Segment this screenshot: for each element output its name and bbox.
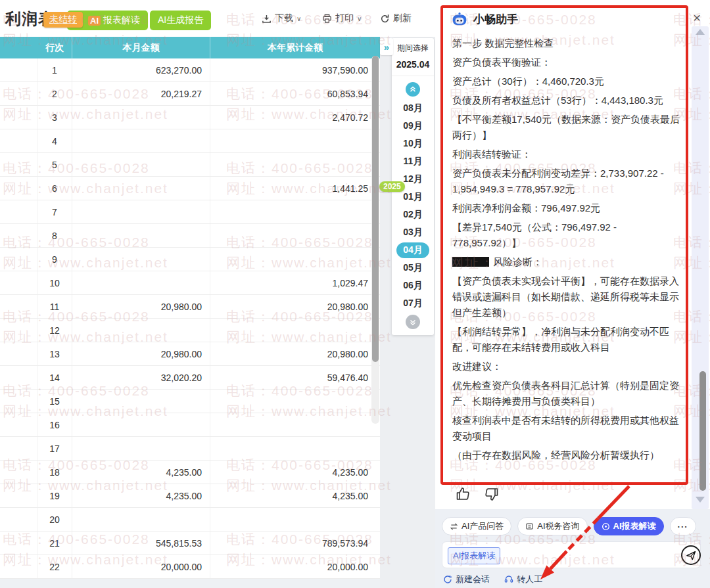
table-row[interactable]: 5: [0, 153, 380, 177]
print-button[interactable]: 打印 ∨: [322, 12, 362, 24]
item-cell[interactable]: [0, 413, 37, 436]
scroll-down-icon[interactable]: [696, 497, 705, 503]
table-row[interactable]: 61,441.25: [0, 177, 380, 200]
month-amount-cell[interactable]: [72, 106, 210, 129]
item-cell[interactable]: [0, 82, 37, 105]
row-number-cell[interactable]: 21: [37, 531, 72, 554]
item-cell[interactable]: [0, 484, 37, 507]
row-number-cell[interactable]: 13: [37, 342, 72, 365]
ytd-amount-cell[interactable]: 789,573.94: [210, 531, 380, 554]
table-row[interactable]: 17: [0, 437, 380, 461]
scroll-months-down-button[interactable]: [406, 315, 420, 329]
table-scrollbar-thumb[interactable]: [372, 56, 379, 362]
item-cell[interactable]: [0, 177, 37, 200]
row-number-cell[interactable]: 18: [37, 461, 72, 484]
row-number-cell[interactable]: 5: [37, 153, 72, 176]
month-amount-cell[interactable]: [72, 129, 210, 152]
item-cell[interactable]: [0, 437, 37, 460]
thumbs-down-icon[interactable]: [484, 486, 500, 502]
item-cell[interactable]: [0, 342, 37, 365]
month-amount-cell[interactable]: 20,980.00: [72, 342, 210, 365]
item-cell[interactable]: [0, 106, 37, 129]
month-amount-cell[interactable]: 32,020.20: [72, 366, 210, 389]
ytd-amount-cell[interactable]: 20,000.00: [210, 555, 380, 578]
month-item[interactable]: 10月: [392, 135, 434, 152]
scroll-up-icon[interactable]: [696, 29, 705, 35]
table-row[interactable]: 20: [0, 508, 380, 531]
month-amount-cell[interactable]: [72, 248, 210, 271]
item-cell[interactable]: [0, 555, 37, 578]
ai-tax-consult-button[interactable]: AI税务咨询: [517, 517, 587, 535]
month-amount-cell[interactable]: [72, 153, 210, 176]
table-row[interactable]: 15: [0, 390, 380, 413]
table-row[interactable]: 194,235.004,235.00: [0, 484, 380, 508]
ytd-amount-cell[interactable]: [210, 153, 380, 176]
table-row[interactable]: 8: [0, 224, 380, 248]
item-cell[interactable]: [0, 248, 37, 271]
scroll-months-up-button[interactable]: [406, 82, 420, 97]
chat-input-box[interactable]: AI报表解读: [442, 541, 701, 568]
transfer-to-human-button[interactable]: 转人工: [504, 574, 542, 585]
item-cell[interactable]: [0, 200, 37, 223]
table-row[interactable]: 1432,020.2059,476.40: [0, 366, 380, 390]
month-item[interactable]: 02月: [392, 206, 434, 223]
month-item[interactable]: 07月: [392, 294, 434, 312]
ytd-amount-cell[interactable]: 1,441.25: [210, 177, 380, 200]
ytd-amount-cell[interactable]: 20,980.00: [210, 295, 380, 318]
month-item[interactable]: 09月: [392, 117, 434, 135]
ytd-amount-cell[interactable]: [210, 390, 380, 413]
row-number-cell[interactable]: 14: [37, 366, 72, 389]
row-number-cell[interactable]: 7: [37, 200, 72, 223]
month-amount-cell[interactable]: [72, 200, 210, 223]
item-cell[interactable]: [0, 508, 37, 531]
period-collapse-button[interactable]: »: [380, 38, 393, 55]
row-number-cell[interactable]: 19: [37, 484, 72, 507]
item-cell[interactable]: [0, 58, 37, 81]
ytd-amount-cell[interactable]: [210, 319, 380, 342]
table-row[interactable]: 32,470.72: [0, 106, 380, 129]
ytd-amount-cell[interactable]: 60,853.94: [210, 82, 380, 105]
table-row[interactable]: 12: [0, 319, 380, 342]
table-row[interactable]: 2220,000.0020,000.00: [0, 555, 380, 579]
item-cell[interactable]: [0, 366, 37, 389]
chat-text-input[interactable]: [499, 545, 663, 565]
month-item[interactable]: 03月: [392, 223, 434, 241]
table-row[interactable]: 7: [0, 200, 380, 224]
table-row[interactable]: 4: [0, 129, 380, 153]
month-item[interactable]: 08月: [392, 99, 434, 117]
table-row[interactable]: 16: [0, 413, 380, 437]
ytd-amount-cell[interactable]: [210, 129, 380, 152]
ai-report-read-pill[interactable]: AI报表解读: [594, 517, 664, 535]
row-number-cell[interactable]: 2: [37, 82, 72, 105]
row-number-cell[interactable]: 12: [37, 319, 72, 342]
row-number-cell[interactable]: 10: [37, 271, 72, 294]
month-item[interactable]: 11月: [392, 152, 434, 170]
ytd-amount-cell[interactable]: [210, 224, 380, 247]
table-row[interactable]: 21545,815.53789,573.94: [0, 531, 380, 555]
month-amount-cell[interactable]: [72, 390, 210, 413]
thumbs-up-icon[interactable]: [455, 486, 471, 502]
month-item[interactable]: 06月: [392, 277, 434, 294]
month-item[interactable]: 04月: [392, 241, 434, 259]
month-amount-cell[interactable]: [72, 413, 210, 436]
table-scrollbar[interactable]: [371, 56, 379, 424]
row-number-cell[interactable]: 9: [37, 248, 72, 271]
row-number-cell[interactable]: 17: [37, 437, 72, 460]
month-item[interactable]: 05月: [392, 259, 434, 277]
month-amount-cell[interactable]: 4,235.00: [72, 461, 210, 484]
month-amount-cell[interactable]: 623,270.00: [72, 58, 210, 81]
ai-product-qa-button[interactable]: AI产品问答: [442, 517, 511, 535]
row-number-cell[interactable]: 1: [37, 58, 72, 81]
ytd-amount-cell[interactable]: 937,590.00: [210, 58, 380, 81]
ytd-amount-cell[interactable]: [210, 413, 380, 436]
row-number-cell[interactable]: 20: [37, 508, 72, 531]
month-amount-cell[interactable]: 545,815.53: [72, 531, 210, 554]
row-number-cell[interactable]: 3: [37, 106, 72, 129]
table-row[interactable]: 1120,980.0020,980.00: [0, 295, 380, 319]
refresh-button[interactable]: 刷新: [380, 12, 412, 24]
ytd-amount-cell[interactable]: 2,470.72: [210, 106, 380, 129]
month-amount-cell[interactable]: 20,219.27: [72, 82, 210, 105]
ytd-amount-cell[interactable]: [210, 508, 380, 531]
table-row[interactable]: 1623,270.00937,590.00: [0, 58, 380, 82]
item-cell[interactable]: [0, 461, 37, 484]
